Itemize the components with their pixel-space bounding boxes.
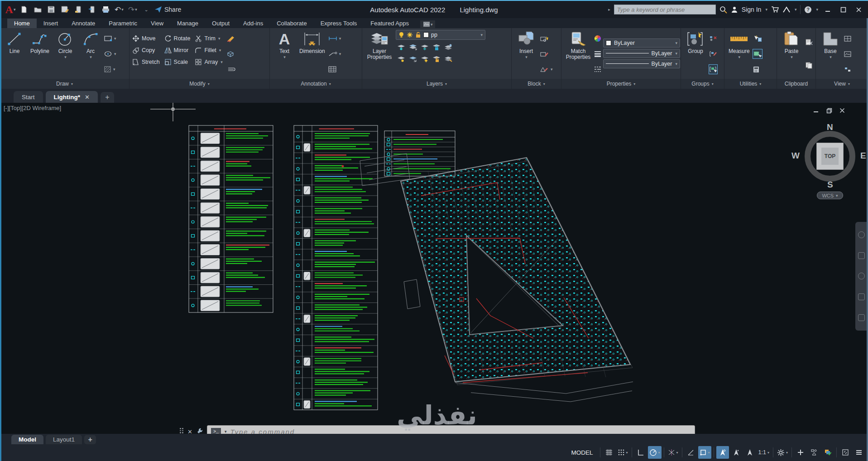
panel-label-modify[interactable]: Modify▾ — [129, 79, 269, 89]
panel-label-properties[interactable]: Properties▾ — [561, 79, 681, 89]
tab-output[interactable]: Output — [205, 19, 236, 28]
command-close-icon[interactable]: ✕ — [187, 428, 192, 434]
layer-dropdown[interactable]: pp ▾ — [396, 30, 485, 40]
close-button[interactable] — [853, 4, 864, 15]
graphics-performance-icon[interactable] — [821, 446, 834, 459]
panel-label-layers[interactable]: Layers▾ — [362, 79, 511, 89]
ungroup-icon[interactable] — [709, 34, 717, 43]
command-tools-icon[interactable] — [197, 427, 203, 434]
tab-parametric[interactable]: Parametric — [102, 19, 144, 28]
layer-prev-icon[interactable] — [408, 53, 418, 64]
overkill-icon[interactable] — [226, 65, 235, 74]
create-block-icon[interactable] — [540, 34, 553, 43]
linetype-icon[interactable] — [594, 65, 601, 74]
layer-lock-icon[interactable] — [431, 42, 442, 53]
dimension-button[interactable]: Dimension — [298, 30, 326, 78]
group-edit-icon[interactable] — [709, 49, 717, 58]
command-input-bar[interactable]: >_ ▾ — [207, 425, 695, 434]
nav-motion-icon[interactable] — [858, 314, 865, 321]
layout1-tab[interactable]: Layout1 — [46, 435, 82, 444]
viewcube-top-face[interactable]: TOP — [816, 143, 844, 170]
doc-minimize-icon[interactable] — [813, 107, 819, 114]
tab-manage[interactable]: Manage — [170, 19, 205, 28]
lineweight-dropdown[interactable]: ByLayer▾ — [603, 49, 680, 58]
color-wheel-icon[interactable] — [594, 34, 601, 43]
ortho-toggle-icon[interactable] — [634, 446, 647, 459]
polyline-button[interactable]: Polyline — [28, 30, 52, 78]
panel-label-clipboard[interactable]: Clipboard — [777, 79, 815, 89]
open-folder-icon[interactable] — [32, 4, 43, 15]
copy-button[interactable]: Copy — [132, 47, 160, 54]
edit-block-icon[interactable] — [540, 49, 553, 58]
base-button[interactable]: Base▾ — [819, 30, 842, 78]
sign-in-caret-icon[interactable]: ▾ — [765, 7, 767, 12]
scale-button[interactable]: Scale — [164, 58, 191, 66]
viewport-controls-label[interactable]: [-][Top][2D Wireframe] — [4, 105, 61, 111]
ribbon-display-toggle[interactable]: ▾ — [420, 20, 436, 28]
match-properties-button[interactable]: Match Properties — [564, 30, 592, 78]
open-from-mobile-icon[interactable] — [86, 4, 98, 15]
autodesk-caret-icon[interactable]: ▾ — [795, 7, 797, 12]
insert-button[interactable]: Insert▾ — [514, 30, 538, 78]
command-line[interactable]: ✕ >_ ▾ — [179, 425, 695, 434]
nav-wheel-icon[interactable] — [858, 231, 865, 238]
file-tab-lighting[interactable]: Lighting* ✕ — [46, 91, 98, 103]
print-icon[interactable] — [100, 4, 111, 15]
named-views-icon[interactable] — [844, 49, 851, 58]
line-button[interactable]: Line — [3, 30, 26, 78]
search-expand-icon[interactable]: ▸ — [608, 7, 610, 12]
customize-plus-icon[interactable] — [794, 446, 807, 459]
navigation-bar[interactable] — [855, 222, 867, 331]
viewcube-south[interactable]: S — [827, 180, 833, 190]
new-layout-button[interactable]: + — [84, 435, 96, 444]
transfer-icon[interactable] — [72, 4, 84, 15]
user-icon[interactable] — [731, 6, 738, 13]
rectangle-tool-icon[interactable]: ▾ — [104, 34, 116, 43]
nav-zoom-icon[interactable] — [858, 273, 865, 279]
command-input[interactable] — [230, 428, 691, 434]
tab-home[interactable]: Home — [7, 19, 37, 28]
workspace-gear-icon[interactable]: ▾ — [776, 446, 789, 459]
autocad-logo-icon[interactable]: A▾ — [5, 4, 16, 15]
tab-add-ins[interactable]: Add-ins — [236, 19, 270, 28]
new-drawing-tab-button[interactable]: + — [101, 92, 114, 103]
object-color-dropdown[interactable]: ByLayer▾ — [603, 38, 680, 48]
autoscale-icon[interactable] — [730, 446, 743, 459]
array-button[interactable]: Array▾ — [195, 58, 222, 66]
erase-icon[interactable] — [226, 34, 235, 43]
trim-button[interactable]: Trim▾ — [195, 35, 222, 42]
cut-icon[interactable] — [805, 38, 813, 47]
panel-label-annotation[interactable]: Annotation▾ — [270, 79, 362, 89]
undo-icon[interactable]: ↶▾ — [113, 4, 125, 15]
layer-properties-button[interactable]: Layer Properties — [365, 30, 394, 78]
group-selection-icon[interactable] — [709, 65, 717, 74]
arc-button[interactable]: Arc▾ — [79, 30, 102, 78]
tab-insert[interactable]: Insert — [37, 19, 65, 28]
polar-tracking-icon[interactable]: ▾ — [648, 446, 662, 459]
tab-featured-apps[interactable]: Featured Apps — [364, 19, 416, 28]
snap-mode-icon[interactable]: ▾ — [616, 446, 629, 459]
viewcube-north[interactable]: N — [827, 122, 833, 132]
sign-in-label[interactable]: Sign In — [742, 6, 762, 13]
minimize-button[interactable] — [822, 4, 834, 15]
doc-close-icon[interactable] — [839, 107, 845, 114]
layer-unlock2-icon[interactable] — [431, 53, 442, 64]
quick-select-icon[interactable] — [753, 34, 762, 43]
layer-walk-icon[interactable] — [443, 53, 454, 64]
layer-freeze-icon[interactable] — [419, 42, 430, 53]
isodraft-icon[interactable]: ▾ — [667, 446, 680, 459]
text-button[interactable]: A Text▾ — [273, 30, 296, 78]
layer-match-icon[interactable] — [443, 42, 454, 53]
model-space-toggle[interactable]: MODEL — [567, 446, 598, 459]
ellipse-tool-icon[interactable]: ▾ — [104, 49, 116, 58]
help-search-box[interactable] — [614, 5, 716, 14]
leader-icon[interactable]: ▾ — [328, 49, 341, 58]
nav-pan-icon[interactable] — [858, 252, 865, 259]
viewport-config-icon[interactable] — [844, 34, 851, 43]
drawing-canvas[interactable]: [-][Top][2D Wireframe] TOP N S W E WCS▾ … — [0, 103, 868, 434]
annotation-scale-icon[interactable] — [743, 446, 756, 459]
otrack-icon[interactable] — [685, 446, 697, 459]
wcs-dropdown[interactable]: WCS▾ — [817, 192, 843, 199]
circle-button[interactable]: Circle▾ — [53, 30, 77, 78]
viewcube[interactable]: TOP N S W E WCS▾ — [796, 125, 864, 197]
